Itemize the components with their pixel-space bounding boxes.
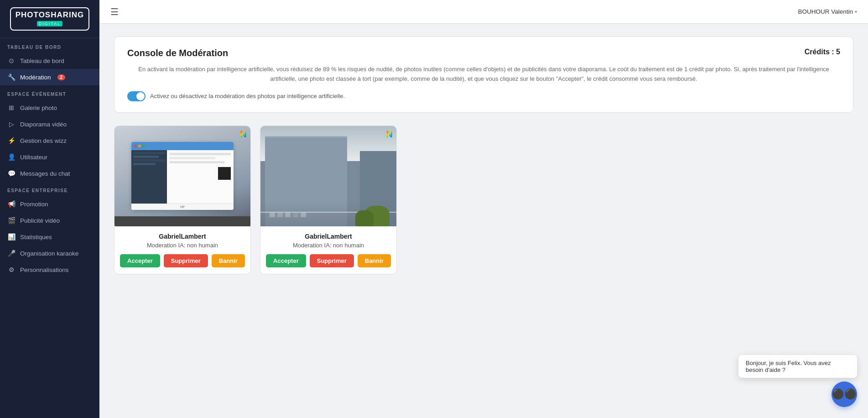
sidebar-item-publicite-video[interactable]: 🎬 Publicité vidéo [0, 212, 99, 229]
delete-button-2[interactable]: Supprimer [310, 254, 354, 267]
sidebar-item-label: Statistiques [20, 234, 52, 240]
console-header: Console de Modération Crédits : 5 [127, 48, 840, 58]
header: ☰ BOUHOUR Valentin ▾ [99, 0, 868, 24]
ai-badge-2: N [386, 130, 393, 139]
perso-icon: ⚙ [7, 266, 16, 274]
chat-tooltip: Bonjour, je suis Felix. Vous avez besoin… [738, 355, 857, 378]
sidebar-item-label: Galerie photo [20, 104, 57, 111]
chat-bubble-icon: ⚫⚫ [832, 388, 857, 400]
photo-moderation-2: Moderation IA: non humain [268, 242, 389, 249]
sidebar-item-utilisateur[interactable]: 👤 Utilisateur [0, 149, 99, 165]
sidebar-item-label: Personnalisations [20, 266, 69, 273]
sidebar-item-label: Promotion [20, 201, 48, 208]
photo-user-2: GabrielLambert [268, 233, 389, 240]
section-event-label: ESPACE ÉVÉNEMENT [0, 85, 99, 99]
sidebar-item-label: Tableau de bord [20, 57, 64, 64]
promotion-icon: 📢 [7, 200, 16, 208]
photo-user-1: GabrielLambert [122, 233, 243, 240]
chat-bubble[interactable]: ⚫⚫ [832, 381, 857, 407]
ai-toggle[interactable] [127, 91, 146, 101]
photo-info-2: GabrielLambert Moderation IA: non humain… [260, 226, 396, 274]
console-card: Console de Modération Crédits : 5 En act… [114, 37, 853, 113]
photo-card-2: N GabrielLambert Moderation IA: non huma… [260, 125, 397, 274]
publicite-icon: 🎬 [7, 216, 16, 225]
section-company-label: ESPACE ENTREPRISE [0, 182, 99, 196]
photo-card-1: HP N GabrielLambert Moderation IA: non h… [114, 125, 251, 274]
logo-area: PHOTOSHARING DIGITAL [0, 0, 99, 38]
diaporama-icon: ▷ [7, 120, 16, 128]
photo-image-2: N [260, 126, 396, 226]
chat-icon: 💬 [7, 169, 16, 178]
logo: PHOTOSHARING DIGITAL [10, 7, 90, 31]
photo-actions-1: Accepter Supprimer Bannir [122, 254, 243, 267]
sidebar-item-label: Organisation karaoke [20, 250, 78, 257]
sidebar-item-galerie-photo[interactable]: ⊞ Galerie photo [0, 99, 99, 116]
sidebar-item-messages-du-chat[interactable]: 💬 Messages du chat [0, 165, 99, 182]
sidebar-item-label: Gestion des wizz [20, 137, 67, 144]
sidebar-item-organisation-karaoke[interactable]: 🎤 Organisation karaoke [0, 245, 99, 261]
sidebar-item-diaporama-video[interactable]: ▷ Diaporama vidéo [0, 116, 99, 132]
photos-grid: HP N GabrielLambert Moderation IA: non h… [114, 125, 853, 274]
accept-button-2[interactable]: Accepter [266, 254, 306, 267]
user-icon: 👤 [7, 153, 16, 161]
stats-icon: 📊 [7, 233, 16, 241]
sidebar-item-label: Modération [20, 74, 51, 81]
toggle-label: Activez ou désactivez la modération des … [150, 93, 345, 99]
toggle-row: Activez ou désactivez la modération des … [127, 91, 840, 101]
user-name: BOUHOUR Valentin [798, 8, 853, 15]
sidebar-item-tableau-de-bord[interactable]: ⊙ Tableau de bord [0, 52, 99, 69]
photo-moderation-1: Moderation IA: non humain [122, 242, 243, 249]
photo-image-1: HP N [114, 126, 250, 226]
user-info[interactable]: BOUHOUR Valentin ▾ [798, 8, 857, 15]
ai-badge-1: N [240, 130, 247, 139]
sidebar-item-promotion[interactable]: 📢 Promotion [0, 196, 99, 212]
ban-button-1[interactable]: Bannir [212, 254, 245, 267]
sidebar-item-personnalisations[interactable]: ⚙ Personnalisations [0, 261, 99, 278]
photo-actions-2: Accepter Supprimer Bannir [268, 254, 389, 267]
sidebar-item-label: Publicité vidéo [20, 217, 60, 224]
sidebar-item-label: Diaporama vidéo [20, 121, 67, 128]
delete-button-1[interactable]: Supprimer [164, 254, 208, 267]
sidebar-item-gestion-des-wizz[interactable]: ⚡ Gestion des wizz [0, 132, 99, 149]
console-description: En activant la modération par intelligen… [127, 65, 840, 84]
photo-info-1: GabrielLambert Moderation IA: non humain… [114, 226, 250, 274]
galerie-icon: ⊞ [7, 104, 16, 112]
section-dashboard-label: TABLEAU DE BORD [0, 38, 99, 52]
sidebar-item-moderation[interactable]: 🔧 Modération 2 [0, 69, 99, 85]
console-title: Console de Modération [127, 48, 228, 58]
logo-sub: DIGITAL [37, 21, 62, 26]
sidebar-item-label: Utilisateur [20, 154, 47, 161]
karaoke-icon: 🎤 [7, 249, 16, 257]
hamburger-icon[interactable]: ☰ [110, 6, 119, 17]
logo-text: PHOTOSHARING [16, 11, 84, 19]
accept-button-1[interactable]: Accepter [120, 254, 160, 267]
sidebar: PHOTOSHARING DIGITAL TABLEAU DE BORD ⊙ T… [0, 0, 99, 418]
chevron-down-icon: ▾ [855, 9, 857, 14]
moderation-badge: 2 [57, 74, 66, 80]
credits-label: Crédits : 5 [805, 48, 840, 56]
chat-tooltip-text: Bonjour, je suis Felix. Vous avez besoin… [746, 360, 831, 373]
ban-button-2[interactable]: Bannir [358, 254, 391, 267]
dashboard-icon: ⊙ [7, 57, 16, 65]
wizz-icon: ⚡ [7, 136, 16, 145]
sidebar-item-statistiques[interactable]: 📊 Statistiques [0, 229, 99, 245]
moderation-icon: 🔧 [7, 73, 16, 81]
sidebar-item-label: Messages du chat [20, 170, 70, 177]
